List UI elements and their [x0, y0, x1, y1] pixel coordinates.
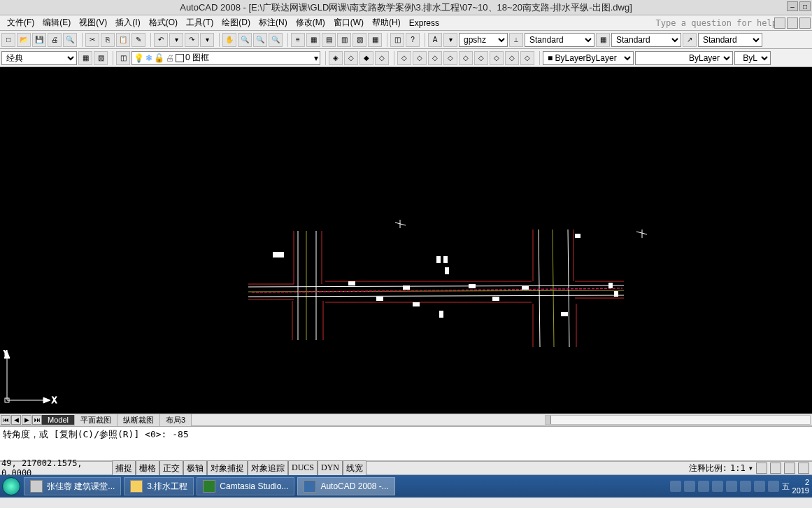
lo-2-icon[interactable]: ◇: [413, 51, 427, 65]
properties-icon[interactable]: ≡: [291, 33, 305, 47]
menu-window[interactable]: 窗口(W): [329, 15, 368, 30]
menu-modify[interactable]: 修改(M): [292, 15, 329, 30]
menu-tools[interactable]: 工具(T): [182, 15, 218, 30]
vs-icon-2[interactable]: ▧: [94, 51, 108, 65]
layermgr-icon[interactable]: ◫: [116, 51, 130, 65]
zoom-rt-icon[interactable]: 🔍: [238, 33, 252, 47]
lo-1-icon[interactable]: ◇: [397, 51, 411, 65]
help-icon[interactable]: ?: [406, 33, 420, 47]
redo-drop-icon[interactable]: ▾: [200, 33, 214, 47]
layer-prev-icon[interactable]: ◇: [344, 51, 358, 65]
tray-icon-8[interactable]: [768, 481, 779, 492]
dimstyle-icon[interactable]: ⟂: [509, 33, 523, 47]
tray-icon-3[interactable]: [698, 481, 709, 492]
mode-lwt[interactable]: 线宽: [343, 460, 366, 477]
restore-button[interactable]: □: [799, 1, 811, 11]
menu-file[interactable]: 文件(F): [3, 15, 38, 30]
preview-icon[interactable]: 🔍: [63, 33, 77, 47]
annoviz-icon[interactable]: [756, 463, 767, 474]
tray-icon-7[interactable]: [754, 481, 765, 492]
quickcalc-icon[interactable]: ▦: [368, 33, 382, 47]
dimstyle1-select[interactable]: Standard: [525, 33, 594, 47]
zoom-prev-icon[interactable]: 🔍: [269, 33, 283, 47]
start-button[interactable]: [0, 475, 22, 498]
lo-6-icon[interactable]: ◇: [474, 51, 488, 65]
mode-polar[interactable]: 极轴: [183, 460, 207, 477]
menu-express[interactable]: Express: [405, 17, 443, 29]
mode-ortho[interactable]: 正交: [159, 460, 183, 477]
tray-clock[interactable]: 2 2019: [792, 478, 809, 495]
tab-layout-2[interactable]: 纵断裁图: [117, 414, 160, 426]
sheetset-icon[interactable]: ▥: [337, 33, 351, 47]
taskbar-item-1[interactable]: 3.排水工程: [124, 477, 194, 495]
lo-7-icon[interactable]: ◇: [490, 51, 504, 65]
linetype-select[interactable]: ByLayer: [635, 51, 733, 65]
layer-dropdown[interactable]: 💡❄🔓🖨 0 图框 ▾: [131, 51, 320, 65]
tab-layout-1[interactable]: 平面裁图: [75, 414, 117, 426]
layer-iso-icon[interactable]: ◈: [329, 51, 343, 65]
tray-ime[interactable]: 五: [782, 481, 790, 492]
menu-insert[interactable]: 插入(I): [111, 15, 144, 30]
menu-view[interactable]: 视图(V): [75, 15, 111, 30]
model-viewport[interactable]: Y X: [0, 67, 812, 414]
open-icon[interactable]: 📂: [17, 33, 31, 47]
tab-nav-prev[interactable]: ◀: [11, 415, 21, 425]
textstyle-drop-icon[interactable]: ▾: [443, 33, 457, 47]
commcenter-icon[interactable]: [787, 17, 798, 29]
textstyle-icon[interactable]: A: [428, 33, 442, 47]
color-select[interactable]: ■ ByLayerByLayer: [543, 51, 634, 65]
cut-icon[interactable]: ✂: [85, 33, 99, 47]
mode-osnap[interactable]: 对象捕捉: [207, 460, 248, 477]
lo-9-icon[interactable]: ◇: [520, 51, 534, 65]
mode-otrack[interactable]: 对象追踪: [248, 460, 288, 477]
favorites-icon[interactable]: [799, 17, 811, 29]
minimize-button[interactable]: –: [787, 1, 798, 11]
tray-icon-1[interactable]: [670, 481, 681, 492]
tablestyle-icon[interactable]: ▦: [596, 33, 610, 47]
tab-nav-last[interactable]: ⏭: [32, 415, 42, 425]
tab-model[interactable]: Model: [42, 415, 75, 425]
menu-format[interactable]: 格式(O): [145, 15, 182, 30]
toolpalette-icon[interactable]: ▤: [322, 33, 336, 47]
tab-nav-first[interactable]: ⏮: [1, 415, 10, 425]
tray-icon-5[interactable]: [726, 481, 737, 492]
menu-help[interactable]: 帮助(H): [368, 15, 405, 30]
menu-dimension[interactable]: 标注(N): [255, 15, 292, 30]
lineweight-select[interactable]: ByL: [734, 51, 771, 65]
status-tray-icon[interactable]: [798, 463, 809, 474]
taskbar-item-3[interactable]: AutoCAD 2008 -...: [297, 477, 394, 495]
zoom-win-icon[interactable]: 🔍: [253, 33, 267, 47]
taskbar-item-2[interactable]: Camtasia Studio...: [197, 477, 294, 495]
hscrollbar[interactable]: [545, 415, 811, 425]
block-icon[interactable]: ◫: [390, 33, 404, 47]
annoscale-value[interactable]: 1:1: [730, 463, 746, 473]
undo-drop-icon[interactable]: ▾: [169, 33, 183, 47]
layer-walk-icon[interactable]: ◇: [375, 51, 389, 65]
lo-4-icon[interactable]: ◇: [443, 51, 457, 65]
tray-icon-6[interactable]: [740, 481, 751, 492]
mode-ducs[interactable]: DUCS: [288, 460, 318, 477]
plot-icon[interactable]: 🖨: [48, 33, 62, 47]
command-line[interactable]: 转角度，或 [复制(C)/参照(R)] <0>: -85: [0, 426, 812, 461]
tray-icon-4[interactable]: [712, 481, 723, 492]
help-search-input[interactable]: Type a question for help: [656, 18, 777, 28]
paste-icon[interactable]: 📋: [116, 33, 130, 47]
lo-5-icon[interactable]: ◇: [459, 51, 473, 65]
lock-icon[interactable]: [784, 463, 795, 474]
tab-nav-next[interactable]: ▶: [22, 415, 31, 425]
designcenter-icon[interactable]: ▦: [306, 33, 320, 47]
markup-icon[interactable]: ▧: [352, 33, 366, 47]
dimstyle3-select[interactable]: Standard: [698, 33, 762, 47]
tray-icon-2[interactable]: [684, 481, 695, 492]
undo-icon[interactable]: ↶: [154, 33, 168, 47]
mode-snap[interactable]: 捕捉: [112, 460, 136, 477]
menu-draw[interactable]: 绘图(D): [218, 15, 255, 30]
menu-edit[interactable]: 编辑(E): [38, 15, 75, 30]
annoauto-icon[interactable]: [770, 463, 781, 474]
lo-3-icon[interactable]: ◇: [428, 51, 442, 65]
redo-icon[interactable]: ↷: [185, 33, 199, 47]
save-icon[interactable]: 💾: [32, 33, 46, 47]
vs-icon-1[interactable]: ▦: [78, 51, 92, 65]
visualstyle-select[interactable]: 经典: [1, 51, 77, 65]
mleaderstyle-icon[interactable]: ↗: [683, 33, 697, 47]
